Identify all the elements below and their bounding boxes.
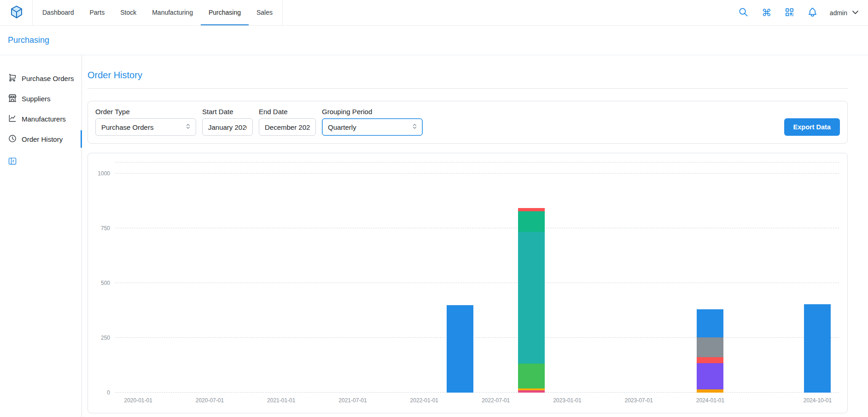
divider [87,88,848,89]
sidebar-collapse-icon [8,160,17,167]
qrcode-icon [784,7,795,19]
page-title: Purchasing [8,35,49,45]
notifications-button[interactable] [807,7,819,19]
x-axis-label: 2023-01-01 [553,397,581,404]
order-history-chart: 02505007501000 [93,162,839,393]
sidebar-item-label: Order History [22,135,63,143]
chart-icon [8,114,17,124]
y-axis-label: 1000 [98,170,110,177]
building-store-icon [8,93,17,104]
end-date-input[interactable] [259,118,316,136]
chart-x-axis: 2020-01-012020-07-012021-01-012021-07-01… [116,393,839,407]
chevron-up-down-icon [411,122,419,132]
x-axis-label: 2021-01-01 [267,397,295,404]
sidebar-item-label: Manufacturers [22,115,66,123]
bar-segment [697,389,723,393]
bar-segment [804,304,831,393]
command-icon: ⌘ [762,8,771,17]
shopping-cart-icon [8,73,17,84]
sidebar-item-order-history[interactable]: Order History [0,129,82,149]
barcode-scan-button[interactable] [784,7,796,19]
section-title: Order History [87,70,848,81]
x-axis-label: 2020-01-01 [124,397,152,404]
export-data-button[interactable]: Export Data [784,118,840,136]
chevron-up-down-icon [184,122,192,132]
bar-2022-10-01 [518,208,545,393]
grouping-period-value: Quarterly [328,123,356,131]
gridline [116,162,839,162]
y-axis-label: 250 [101,335,110,341]
bar-segment [697,363,723,389]
bar-2024-10-01 [804,304,831,393]
sidebar-item-label: Suppliers [22,95,51,103]
bar-segment [447,305,473,393]
sidebar-item-purchase-orders[interactable]: Purchase Orders [0,68,82,88]
x-axis-label: 2024-01-01 [696,397,724,404]
start-date-label: Start Date [202,108,253,116]
tab-manufacturing[interactable]: Manufacturing [144,0,201,25]
bar-segment [518,211,545,232]
x-axis-label: 2021-07-01 [338,397,367,404]
tab-sales[interactable]: Sales [249,0,280,25]
main-nav: Dashboard Parts Stock Manufacturing Purc… [32,0,283,25]
y-axis-label: 0 [107,389,110,396]
sidebar-collapse-button[interactable] [8,156,18,167]
bar-segment [518,364,545,388]
username: admin [830,9,847,17]
x-axis-label: 2022-01-01 [410,397,438,404]
chevron-down-icon [851,8,860,18]
bar-segment [697,309,723,337]
sidebar-item-suppliers[interactable]: Suppliers [0,88,82,109]
tab-purchasing[interactable]: Purchasing [201,0,249,25]
end-date-label: End Date [259,108,316,116]
bar-2022-04-01 [447,305,473,393]
bar-2024-01-01 [697,309,723,393]
chart-panel: 02505007501000 2020-01-012020-07-012021-… [87,153,848,413]
navbar-actions: ⌘ admin [738,0,860,25]
bell-icon [807,7,818,19]
package-icon [9,5,24,21]
order-type-label: Order Type [95,108,196,116]
bar-segment [518,208,545,211]
grouping-period-select[interactable]: Quarterly [322,118,423,136]
order-type-value: Purchase Orders [101,123,153,131]
x-axis-label: 2024-10-01 [804,397,832,404]
grouping-period-label: Grouping Period [322,108,423,116]
y-axis-label: 750 [101,225,110,232]
chart-plot [116,162,839,393]
bar-segment [697,337,723,358]
sidebar-item-manufacturers[interactable]: Manufacturers [0,109,82,129]
page-header: Purchasing [0,26,868,55]
start-date-input[interactable] [202,118,253,136]
sidebar: Purchase Orders Suppliers Manufacturer [0,55,82,417]
bar-segment [518,232,545,364]
end-date-field: End Date [259,108,316,136]
order-type-select[interactable]: Purchase Orders [95,118,196,136]
search-icon [738,7,749,19]
grouping-period-field: Grouping Period Quarterly [322,108,423,136]
user-menu[interactable]: admin [830,8,860,18]
history-icon [8,134,17,145]
gridline [116,283,839,283]
bar-segment [697,357,723,363]
search-button[interactable] [738,7,750,19]
tab-parts[interactable]: Parts [82,0,113,25]
tab-dashboard[interactable]: Dashboard [35,0,82,25]
sidebar-item-label: Purchase Orders [22,75,74,82]
app-logo[interactable] [8,5,25,21]
x-axis-label: 2020-07-01 [196,397,224,404]
main-content: Order History Order Type Purchase Orders… [82,55,868,417]
x-axis-label: 2022-07-01 [482,397,510,404]
y-axis-label: 500 [101,280,110,286]
x-axis-label: 2023-07-01 [624,397,652,404]
gridline [116,337,839,338]
top-navbar: Dashboard Parts Stock Manufacturing Purc… [0,0,868,26]
tab-stock[interactable]: Stock [112,0,144,25]
gridline [116,173,839,174]
start-date-field: Start Date [202,108,253,136]
command-palette-button[interactable]: ⌘ [761,7,773,19]
gridline [116,228,839,228]
chart-y-axis: 02505007501000 [93,162,116,393]
filter-panel: Order Type Purchase Orders Start Date En… [87,101,848,144]
order-type-field: Order Type Purchase Orders [95,108,196,136]
